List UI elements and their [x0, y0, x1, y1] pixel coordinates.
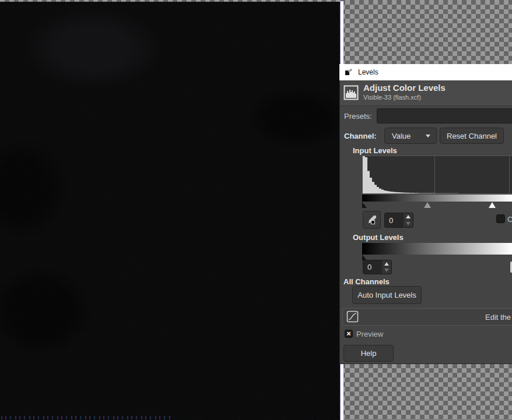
histogram-icon	[343, 85, 359, 100]
timestamp-glitch-marks	[1, 416, 171, 419]
clamp-input-checkbox[interactable]	[496, 214, 505, 223]
input-low-spinner[interactable]: 0	[384, 213, 413, 228]
presets-label: Presets:	[344, 112, 372, 121]
preview-label: Preview	[356, 330, 383, 338]
output-low-value: 0	[363, 260, 382, 274]
app-logo-icon	[345, 68, 353, 76]
arrow-up-icon	[406, 215, 411, 218]
channel-select[interactable]: Value	[384, 128, 437, 144]
input-slider-track	[362, 202, 512, 209]
white-point-slider[interactable]	[489, 202, 496, 208]
dialog-subtitle: Visible-33 (flash.xcf)	[363, 94, 421, 101]
dialog-body: Adjust Color Levels Visible-33 (flash.xc…	[339, 80, 512, 364]
all-channels-label: All Channels	[343, 277, 390, 286]
histogram-plot	[363, 156, 512, 193]
presets-input[interactable]	[377, 108, 512, 123]
dialog-title: Adjust Color Levels	[363, 83, 446, 93]
window-title: Levels	[358, 68, 378, 76]
black-point-slider[interactable]	[362, 202, 367, 208]
curves-icon	[346, 310, 359, 323]
preview-checkbox[interactable]: ×	[345, 330, 353, 338]
edit-as-curves-button[interactable]: Edit the	[342, 308, 512, 326]
input-histogram[interactable]	[362, 156, 512, 194]
black-eyedropper-icon	[366, 214, 377, 225]
chevron-down-icon	[426, 135, 430, 137]
input-gradient-bar	[362, 195, 512, 202]
edit-as-curves-label: Edit the	[485, 313, 511, 322]
pick-black-point-button[interactable]	[363, 211, 381, 229]
sensor-noise-overlay	[0, 2, 340, 420]
clamp-input-label: Cl	[507, 215, 512, 224]
image-canvas[interactable]	[0, 2, 340, 420]
arrow-down-icon	[384, 269, 389, 272]
help-button[interactable]: Help	[343, 345, 394, 362]
output-levels-label: Output Levels	[353, 233, 404, 242]
output-low-spinner[interactable]: 0	[363, 260, 392, 274]
spin-up-button[interactable]	[404, 213, 413, 220]
input-low-value: 0	[385, 213, 404, 227]
dialog-header: Adjust Color Levels Visible-33 (flash.xc…	[340, 80, 512, 106]
channel-label: Channel:	[344, 132, 377, 140]
output-gradient-bar	[362, 243, 512, 255]
levels-dialog: Levels Adjust Color Levels Visible-33 (f…	[339, 64, 512, 364]
spin-down-button[interactable]	[382, 267, 391, 274]
input-levels-label: Input Levels	[353, 146, 397, 155]
auto-input-levels-button[interactable]: Auto Input Levels	[352, 286, 422, 304]
arrow-down-icon	[406, 222, 411, 225]
dialog-titlebar[interactable]: Levels	[339, 64, 512, 80]
arrow-up-icon	[384, 262, 389, 266]
spin-down-button[interactable]	[404, 220, 413, 227]
reset-channel-button[interactable]: Reset Channel	[440, 128, 504, 144]
channel-select-value: Value	[392, 132, 411, 140]
spin-up-button[interactable]	[382, 260, 391, 267]
gamma-slider[interactable]	[424, 202, 431, 208]
